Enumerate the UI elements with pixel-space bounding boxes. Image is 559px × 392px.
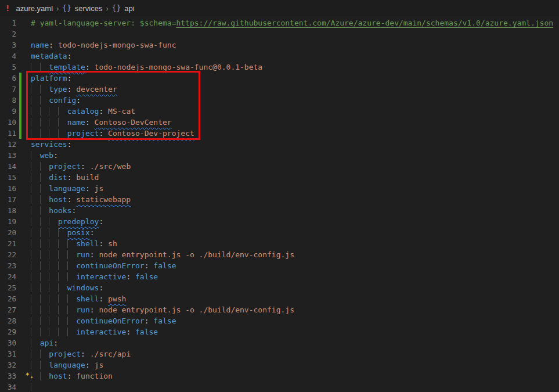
indent-guide — [31, 272, 40, 281]
symbol-object-icon: {} — [112, 4, 121, 12]
indent-guide — [40, 228, 49, 237]
code-line[interactable]: 26 shell: pwsh — [0, 293, 559, 304]
indent-guide — [49, 217, 58, 226]
code-line[interactable]: 17 host: staticwebapp — [0, 194, 559, 205]
code-line[interactable]: 14 project: ./src/web — [0, 161, 559, 172]
indent-guide — [40, 317, 49, 325]
code-line[interactable]: 8 config: — [0, 95, 559, 106]
code-line[interactable]: 18 hooks: — [0, 205, 559, 216]
code-line[interactable]: 27 run: node entrypoint.js -o ./build/en… — [0, 304, 559, 315]
code-token: : — [99, 283, 103, 292]
indent-guide — [40, 272, 49, 281]
gutter-added-indicator[interactable] — [19, 128, 21, 139]
indent-guide — [40, 305, 49, 314]
code-line-text: host: function — [31, 371, 113, 382]
code-line[interactable]: 11 project: Contoso-Dev-project — [0, 128, 559, 139]
indent-guide — [31, 217, 40, 226]
code-token: : — [90, 228, 95, 237]
line-number: 1 — [0, 17, 16, 28]
code-editor[interactable]: 1# yaml-language-server: $schema=https:/… — [0, 16, 559, 392]
line-number: 5 — [0, 62, 16, 73]
indent-guide — [58, 118, 67, 127]
code-line[interactable]: 20 posix: — [0, 227, 559, 238]
code-line[interactable]: 25 windows: — [0, 282, 559, 293]
code-line[interactable]: 34 — [0, 382, 559, 392]
code-line[interactable]: 13 web: — [0, 150, 559, 161]
code-line[interactable]: 31 project: ./src/api — [0, 348, 559, 359]
code-line-text: web: — [31, 150, 58, 161]
code-line[interactable]: 9 catalog: MS-cat — [0, 106, 559, 117]
code-line[interactable]: 2 — [0, 28, 559, 39]
code-line-text: shell: pwsh — [31, 293, 126, 304]
code-token: windows — [67, 283, 99, 292]
indent-guide — [67, 328, 77, 336]
code-line[interactable]: 19 predeploy: — [0, 216, 559, 227]
code-token: api — [40, 339, 53, 347]
code-line[interactable]: 32 language: js — [0, 359, 559, 371]
code-line[interactable]: 12services: — [0, 139, 559, 150]
gutter-added-indicator[interactable] — [19, 106, 21, 117]
gutter-added-indicator[interactable] — [19, 95, 21, 106]
code-line[interactable]: 29 interactive: false — [0, 326, 559, 337]
code-line[interactable]: 10 name: Contoso-DevCenter — [0, 117, 559, 128]
code-line-text: name: todo-nodejs-mongo-swa-func — [31, 39, 176, 51]
indent-guide — [58, 250, 67, 259]
code-line[interactable]: 33 host: function — [0, 371, 559, 382]
indent-guide — [40, 162, 49, 171]
code-line[interactable]: 23 continueOnError: false — [0, 260, 559, 271]
code-line[interactable]: 6platform: — [0, 73, 559, 84]
gutter-added-indicator[interactable] — [19, 84, 21, 95]
code-line[interactable]: 3name: todo-nodejs-mongo-swa-func — [0, 39, 559, 51]
code-token: run — [76, 250, 89, 259]
indent-guide — [40, 361, 49, 369]
indent-guide — [40, 328, 49, 336]
code-line[interactable]: 4metadata: — [0, 51, 559, 62]
gutter-marker — [19, 150, 21, 161]
indent-guide — [49, 129, 58, 138]
code-line-text: predeploy: — [31, 216, 103, 227]
code-line[interactable]: 15 dist: build — [0, 172, 559, 183]
code-token: false — [131, 272, 158, 281]
code-token: predeploy — [58, 217, 99, 226]
breadcrumb-item-api[interactable]: {} api — [112, 4, 135, 13]
breadcrumb-file[interactable]: azure.yaml — [16, 4, 53, 13]
code-token: : — [53, 151, 58, 160]
symbol-object-icon: {} — [62, 4, 71, 12]
code-line[interactable]: 21 shell: sh — [0, 238, 559, 249]
line-number: 23 — [0, 260, 16, 271]
indent-guide — [49, 228, 58, 237]
copilot-sparkle-icon[interactable]: ✦✦ — [25, 371, 37, 383]
code-line[interactable]: 24 interactive: false — [0, 271, 559, 282]
code-line-text: # yaml-language-server: $schema=https://… — [31, 17, 553, 28]
code-line[interactable]: 5 template: todo-nodejs-mongo-swa-func@0… — [0, 62, 559, 73]
gutter-added-indicator[interactable] — [19, 73, 21, 84]
gutter-marker — [19, 271, 21, 282]
code-token: config — [49, 96, 76, 105]
code-token: false — [149, 317, 176, 325]
code-line-text: run: node entrypoint.js -o ./build/env-c… — [31, 249, 294, 260]
line-number: 15 — [0, 172, 16, 183]
code-token: name — [67, 118, 85, 127]
line-number: 30 — [0, 337, 16, 348]
code-line[interactable]: 7 type: devcenter — [0, 84, 559, 95]
code-token: project — [49, 162, 81, 171]
code-line[interactable]: 28 continueOnError: false — [0, 315, 559, 326]
code-token: ./src/web — [85, 162, 131, 171]
breadcrumb: ! azure.yaml › {} services › {} api — [0, 0, 559, 16]
breadcrumb-item-services[interactable]: {} services — [62, 4, 102, 13]
gutter-marker — [19, 315, 21, 326]
code-line[interactable]: 16 language: js — [0, 183, 559, 194]
code-token: ./src/api — [85, 350, 131, 358]
code-token: Contoso-Dev-project — [108, 129, 194, 138]
code-token: template — [49, 63, 85, 71]
gutter-added-indicator[interactable] — [19, 117, 21, 128]
gutter-marker — [19, 183, 21, 194]
code-line[interactable]: 22 run: node entrypoint.js -o ./build/en… — [0, 249, 559, 260]
indent-guide — [49, 118, 58, 127]
code-line[interactable]: 30 api: — [0, 337, 559, 348]
indent-guide — [58, 272, 67, 281]
code-token: type — [49, 85, 67, 93]
code-line[interactable]: 1# yaml-language-server: $schema=https:/… — [0, 17, 559, 28]
code-line-text: host: staticwebapp — [31, 194, 131, 205]
indent-guide — [58, 317, 67, 325]
